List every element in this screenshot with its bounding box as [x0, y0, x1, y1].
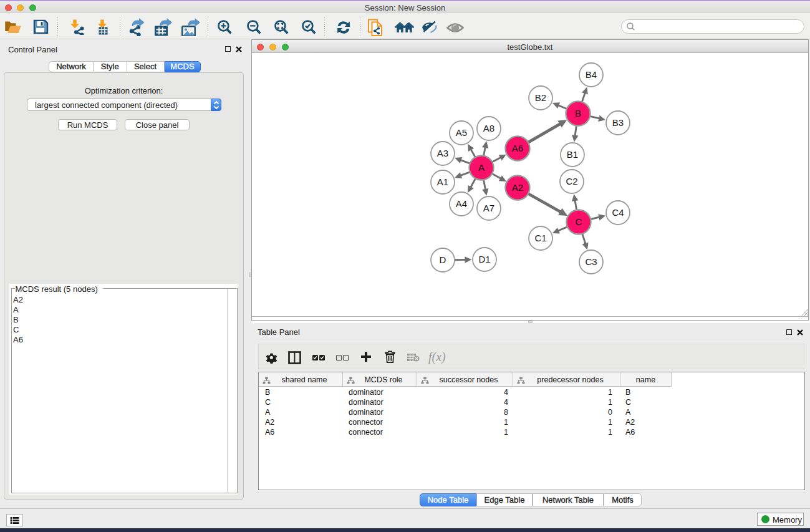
svg-text:A4: A4	[456, 198, 467, 209]
svg-text:B4: B4	[586, 69, 597, 80]
svg-text:C3: C3	[585, 256, 597, 267]
svg-text:A2: A2	[512, 182, 523, 193]
svg-text:C4: C4	[612, 207, 624, 218]
svg-text:A: A	[478, 162, 485, 173]
svg-text:C: C	[576, 216, 582, 227]
svg-text:D: D	[440, 254, 446, 265]
svg-text:B1: B1	[567, 149, 578, 160]
svg-text:A3: A3	[437, 148, 448, 158]
svg-text:A8: A8	[483, 123, 494, 133]
svg-text:C1: C1	[534, 233, 546, 243]
svg-text:D1: D1	[478, 254, 490, 264]
svg-text:A1: A1	[437, 177, 448, 187]
svg-text:B2: B2	[535, 92, 546, 103]
svg-text:B: B	[575, 108, 581, 118]
svg-text:A5: A5	[456, 127, 467, 138]
svg-text:A7: A7	[483, 203, 494, 213]
svg-text:A6: A6	[512, 143, 523, 153]
svg-text:C2: C2	[566, 176, 577, 186]
svg-text:B3: B3	[612, 117, 624, 128]
